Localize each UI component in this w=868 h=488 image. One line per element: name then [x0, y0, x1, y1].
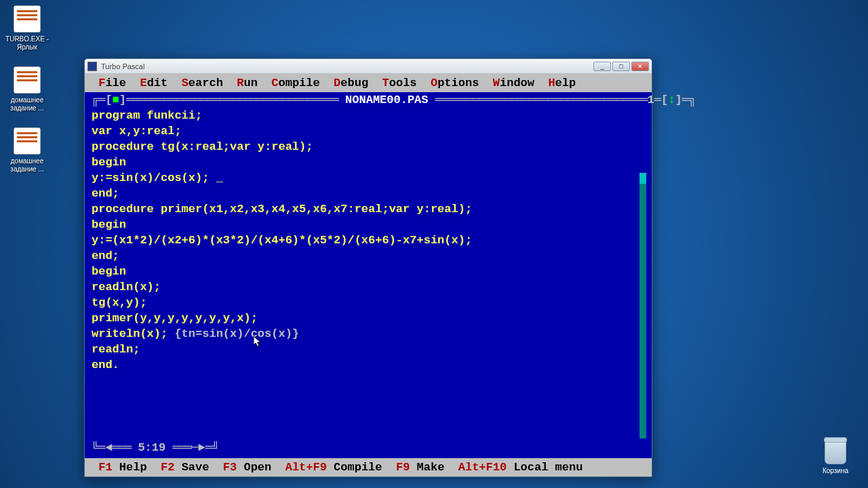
maximize-button[interactable]: □: [612, 62, 630, 71]
menu-item-indow[interactable]: Window: [493, 77, 534, 89]
menu-item-dit[interactable]: Edit: [140, 77, 167, 89]
menu-item-elp[interactable]: Help: [548, 77, 576, 89]
desktop-icon-hw1[interactable]: домашнее задание ...: [5, 66, 49, 113]
editor-frame-bottom: ╚═◄═══ 5:19 ═══─►═╝: [92, 440, 645, 455]
vertical-scrollbar[interactable]: [639, 173, 646, 439]
menu-item-un[interactable]: Run: [237, 77, 258, 89]
menu-bar[interactable]: File Edit Search Run Compile Debug Tools…: [85, 74, 652, 92]
menu-item-earch[interactable]: Search: [182, 77, 223, 89]
scrollbar-thumb[interactable]: [639, 173, 646, 184]
icon-label: домашнее задание ...: [5, 157, 49, 174]
minimize-button[interactable]: _: [593, 62, 611, 71]
icon-label: TURBO.EXE - Ярлык: [5, 35, 49, 52]
turbo-pascal-window: Turbo Pascal _ □ ✕ File Edit Search Run …: [84, 58, 652, 477]
status-item[interactable]: Alt+F10 Local menu: [458, 461, 583, 474]
menu-item-ebug[interactable]: Debug: [334, 77, 368, 89]
file-icon: [14, 127, 41, 155]
menu-item-ile[interactable]: File: [98, 77, 126, 89]
status-item[interactable]: F2 Save: [161, 461, 209, 474]
window-title: Turbo Pascal: [101, 62, 592, 70]
status-item[interactable]: F3 Open: [223, 461, 271, 474]
window-number: 1: [648, 92, 654, 108]
file-name: NONAME00.PAS: [345, 92, 428, 108]
status-bar[interactable]: F1 Help F2 Save F3 Open Alt+F9 Compile F…: [85, 458, 652, 476]
cursor-position: 5:19: [138, 440, 165, 455]
titlebar[interactable]: Turbo Pascal _ □ ✕: [85, 59, 652, 74]
icon-label: домашнее задание ...: [5, 96, 49, 113]
editor-frame-top: ╔═[■]══════════════════════════════════ …: [92, 92, 645, 108]
turbo-pascal-ide: File Edit Search Run Compile Debug Tools…: [85, 74, 652, 476]
menu-item-ptions[interactable]: Options: [431, 77, 479, 89]
zoom-icon[interactable]: ↕: [668, 92, 675, 108]
file-icon: [14, 5, 41, 33]
desktop-icon-turbo[interactable]: TURBO.EXE - Ярлык: [5, 5, 49, 52]
recycle-bin[interactable]: Корзина: [816, 440, 854, 474]
editor-area[interactable]: ╔═[■]══════════════════════════════════ …: [85, 92, 652, 458]
desktop-icon-hw2[interactable]: домашнее задание ...: [5, 127, 49, 174]
file-icon: [14, 66, 41, 94]
app-icon: [87, 62, 97, 71]
close-box-icon[interactable]: ■: [113, 92, 119, 108]
status-item[interactable]: F1 Help: [98, 461, 146, 474]
menu-item-ompile[interactable]: Compile: [271, 77, 319, 89]
status-item[interactable]: Alt+F9 Compile: [285, 461, 382, 474]
close-button[interactable]: ✕: [631, 62, 649, 71]
status-item[interactable]: F9 Make: [396, 461, 444, 474]
trash-icon: [825, 440, 846, 464]
code-area[interactable]: program funkcii; var x,y:real; procedure…: [92, 108, 645, 440]
recycle-label: Корзина: [816, 467, 854, 474]
menu-item-ools[interactable]: Tools: [382, 77, 417, 89]
